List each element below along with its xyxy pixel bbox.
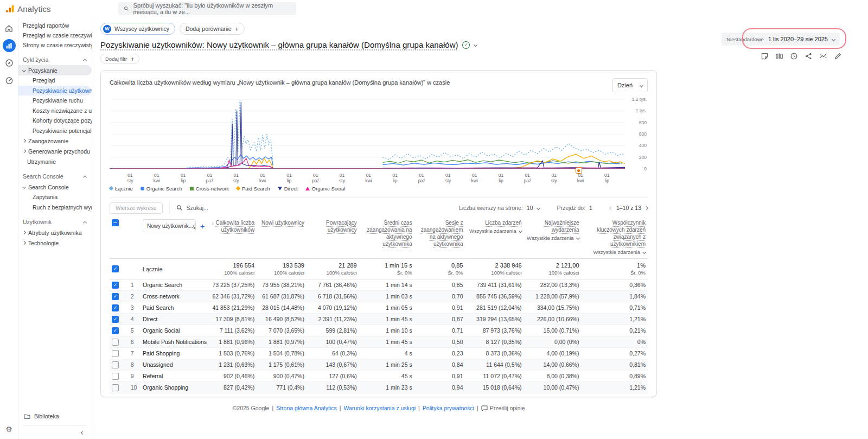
- channel-name[interactable]: Cross-network: [141, 291, 207, 302]
- footer-link[interactable]: Strona główna Analytics: [276, 405, 336, 411]
- row-checkbox[interactable]: ✓: [112, 304, 119, 311]
- column-header-2[interactable]: Nowi użytkownicy: [257, 218, 307, 259]
- row-checkbox[interactable]: ✓: [112, 293, 119, 300]
- channel-name[interactable]: Mobile Push Notifications: [141, 336, 207, 348]
- sidebar-item[interactable]: Pozyskiwanie użytkowników: [18, 86, 92, 96]
- y-tick-label: 600: [639, 131, 647, 137]
- footer-link[interactable]: Polityka prywatności: [423, 405, 474, 411]
- compare-icon[interactable]: [775, 52, 783, 60]
- sidebar-item[interactable]: Utrzymanie: [18, 156, 92, 167]
- channel-name[interactable]: Organic Shopping: [141, 382, 207, 393]
- sidebar-section-title[interactable]: Search Console: [18, 171, 92, 182]
- column-header-4[interactable]: Średni czas zaangażowania na aktywnego u…: [359, 218, 414, 259]
- channel-name[interactable]: Organic Social: [141, 325, 207, 336]
- sidebar-item[interactable]: Przegląd: [18, 75, 92, 86]
- dimension-select[interactable]: Nowy użytkownik...grupa kanałów): [143, 219, 196, 232]
- chevron-down-icon[interactable]: [536, 206, 540, 209]
- channel-name[interactable]: Unassigned: [141, 359, 207, 371]
- rows-per-page-value[interactable]: 10: [527, 205, 533, 211]
- metric-filter-select[interactable]: Wszystkie zdarzenia: [584, 249, 646, 255]
- metric-value: 61 687 (31,87%): [257, 291, 307, 302]
- table-row: 6Mobile Push Notifications1 881 (0,96%)1…: [110, 336, 648, 348]
- totals-value: 21 289100% całości: [307, 259, 359, 279]
- search-input[interactable]: Spróbuj wyszukać: "ilu było użytkowników…: [118, 2, 296, 15]
- add-filter-chip[interactable]: Dodaj filtr +: [100, 54, 139, 63]
- reports-icon[interactable]: [3, 39, 16, 52]
- channel-name[interactable]: Organic Search: [141, 279, 207, 291]
- sidebar-item[interactable]: Technologie: [18, 238, 92, 248]
- prev-page-icon[interactable]: [609, 206, 613, 209]
- channel-name[interactable]: Referral: [141, 371, 207, 382]
- column-header-7[interactable]: Najważniejsze wydarzeniaWszystkie zdarze…: [524, 218, 582, 259]
- sidebar-item[interactable]: Generowanie przychodu: [18, 146, 92, 156]
- sidebar-item[interactable]: Search Console: [18, 182, 92, 192]
- row-checkbox[interactable]: [112, 373, 119, 380]
- advertising-icon[interactable]: [3, 74, 16, 87]
- sidebar-item-1[interactable]: Przegląd w czasie rzeczywistym: [18, 30, 92, 40]
- sidebar-item[interactable]: Pozyskanie: [18, 65, 92, 75]
- metric-filter-select[interactable]: Wszystkie zdarzenia: [526, 235, 579, 241]
- channel-name[interactable]: Direct: [141, 314, 207, 325]
- sidebar-item[interactable]: Ruch z bezpłatnych wynik...: [18, 202, 92, 213]
- share-icon[interactable]: [805, 52, 813, 60]
- row-checkbox[interactable]: ✓: [112, 316, 119, 323]
- add-comparison-chip[interactable]: Dodaj porównanie +: [180, 23, 245, 35]
- column-header-1[interactable]: ↓ Całkowita liczba użytkowników: [207, 218, 257, 259]
- home-icon[interactable]: [3, 22, 16, 35]
- goto-value[interactable]: 1: [589, 205, 592, 211]
- column-header-8[interactable]: Współczynnik kluczowych zdarzeń związany…: [582, 218, 648, 259]
- settings-gear-icon[interactable]: ⚙: [5, 425, 12, 434]
- granularity-select[interactable]: Dzień: [612, 78, 648, 92]
- edit-icon[interactable]: [834, 52, 842, 60]
- anomaly-marker-icon[interactable]: [576, 167, 582, 174]
- row-checkbox[interactable]: [112, 350, 119, 357]
- sidebar-item[interactable]: Atrybuty użytkownika: [18, 227, 92, 238]
- sidebar-section-title[interactable]: Cykl życia: [18, 54, 92, 65]
- x-tick-label: 01kwi: [365, 173, 372, 183]
- all-users-chip[interactable]: W Wszyscy użytkownicy: [100, 23, 175, 35]
- sidebar-item[interactable]: Zaangażowanie: [18, 136, 92, 146]
- table-search[interactable]: Szukaj...: [176, 205, 459, 211]
- metric-value: 827 (0,42%): [207, 382, 257, 393]
- metric-value: 771 (0,4%): [257, 382, 307, 393]
- chart-rows-button[interactable]: Wiersze wykresu: [110, 202, 163, 214]
- channel-name[interactable]: Paid Search: [141, 302, 207, 314]
- sidebar-item[interactable]: Pozyskiwanie potencjalnyc...: [18, 126, 92, 136]
- footer-link[interactable]: Warunki korzystania z usługi: [343, 405, 416, 411]
- totals-checkbox[interactable]: ✓: [112, 265, 119, 272]
- row-checkbox[interactable]: [112, 361, 119, 368]
- add-dimension-button[interactable]: +: [200, 221, 205, 231]
- row-checkbox[interactable]: [112, 339, 119, 346]
- note-icon[interactable]: [761, 52, 769, 60]
- sidebar-item[interactable]: Koszty niezwiązane z usłu...: [18, 106, 92, 116]
- row-checkbox[interactable]: [112, 384, 119, 391]
- sidebar-item-2[interactable]: Strony w czasie rzeczywistym: [18, 40, 92, 50]
- insights-icon[interactable]: [819, 52, 827, 60]
- row-checkbox[interactable]: ✓: [112, 282, 119, 289]
- sidebar-section-title[interactable]: Użytkownik: [18, 217, 92, 227]
- snapshot-icon[interactable]: [790, 52, 798, 60]
- x-tick-label: 01lip: [604, 173, 609, 183]
- column-header-6[interactable]: Liczba zdarzeńWszystkie zdarzenia: [465, 218, 524, 259]
- sidebar-item[interactable]: Kohorty dotyczące pozysk...: [18, 116, 92, 126]
- chart-legend: ŁącznieOrganic SearchCross-networkPaid S…: [110, 184, 648, 192]
- totals-value: 1 min 15 sŚr. 0%: [359, 259, 414, 279]
- row-checkbox[interactable]: ✓: [112, 327, 119, 334]
- column-header-3[interactable]: Powracający użytkownicy: [307, 218, 359, 259]
- copyright: ©2025 Google: [233, 405, 270, 411]
- explore-icon[interactable]: [3, 56, 16, 69]
- feedback-link[interactable]: Prześlij opinię: [481, 405, 525, 411]
- sidebar-item-0[interactable]: Przegląd raportów: [18, 21, 92, 30]
- channel-name[interactable]: Paid Shopping: [141, 348, 207, 359]
- metric-value: 1 min 14 s: [359, 279, 414, 291]
- sidebar-collapse-button[interactable]: [18, 426, 92, 439]
- sidebar-item[interactable]: Zapytania: [18, 192, 92, 202]
- next-page-icon[interactable]: [644, 206, 648, 209]
- date-range-picker[interactable]: Niestandardowe 1 lis 2020–29 sie 2025: [722, 33, 840, 46]
- metric-filter-select[interactable]: Wszystkie zdarzenia: [467, 228, 521, 234]
- sidebar-item-library[interactable]: Biblioteka: [18, 410, 92, 422]
- column-header-5[interactable]: Sesje z zaangażowaniem na aktywnego użyt…: [414, 218, 465, 259]
- title-caret-icon[interactable]: [474, 43, 477, 47]
- sidebar-item[interactable]: Pozyskiwanie ruchu: [18, 96, 92, 106]
- select-all-checkbox[interactable]: [112, 219, 119, 226]
